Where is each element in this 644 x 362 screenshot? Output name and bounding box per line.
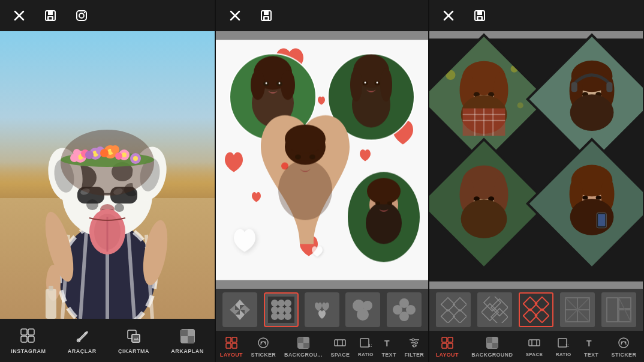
toolbar-2-space[interactable]: SPACE [330,336,350,358]
layout-icon [224,336,239,350]
toolbar-2-ratio[interactable]: 1:1 RATIO [358,336,374,357]
instagram-share-button-1[interactable] [72,6,91,25]
instagram-icon [19,327,38,346]
layout-thumb-1[interactable] [222,292,257,327]
svg-point-60 [115,152,122,160]
svg-point-129 [284,306,291,313]
close-button-1[interactable] [10,6,29,25]
svg-rect-254 [448,343,453,348]
layout3-icon [440,336,455,350]
svg-point-105 [365,82,366,83]
svg-rect-3 [48,11,53,15]
svg-point-219 [582,196,588,200]
toolbar-instagram[interactable]: INSTAGRAM [11,327,46,354]
toolbar-3-text[interactable]: T TEXT [584,336,598,358]
svg-point-112 [309,155,315,160]
sticker-icon [124,327,143,346]
svg-point-212 [461,199,507,238]
toolbar-3-layout[interactable]: LAYOUT [436,336,459,358]
toolbar-2-layout-label: LAYOUT [220,352,243,358]
layout-3-thumb-5[interactable] [601,292,636,327]
toolbar-2-filter[interactable]: FILTER [404,336,424,358]
svg-point-62 [133,156,138,161]
layout-thumb-4[interactable] [345,292,380,327]
svg-rect-65 [21,336,27,342]
svg-point-110 [285,125,326,154]
svg-point-149 [264,341,266,343]
svg-rect-153 [298,343,303,348]
toolbar-3-sticker-label: STICKER [612,352,637,358]
panel-2-bottom-toolbar: LAYOUT STICKER [216,331,428,362]
toolbar-3-background-label: BACKGROUND [471,352,513,358]
svg-point-120 [375,202,380,205]
svg-point-148 [261,341,263,343]
space3-icon [527,336,541,350]
svg-rect-172 [479,17,482,20]
panel-1-topbar [0,0,215,31]
toolbar-3-ratio[interactable]: 1:1 RATIO [556,336,571,357]
save-button-1[interactable] [41,6,60,25]
svg-point-7 [79,13,84,18]
layout-3-thumb-1[interactable] [436,292,471,327]
svg-rect-146 [232,343,237,348]
toolbar-sticker[interactable]: ÇIKARTMA [118,327,149,354]
svg-point-266 [619,338,628,348]
svg-point-57 [111,145,119,154]
svg-text:1:1: 1:1 [368,343,372,348]
svg-point-201 [570,94,614,131]
close-button-3[interactable] [439,6,458,25]
panel-3-bottom-toolbar: LAYOUT BACKGROUND [429,331,643,362]
toolbar-3-text-label: TEXT [584,352,598,358]
close-button-2[interactable] [225,6,245,25]
svg-rect-197 [571,82,577,92]
svg-point-114 [278,160,332,220]
svg-rect-151 [298,337,303,343]
svg-rect-66 [28,336,34,342]
toolbar-2-sticker[interactable]: STICKER [251,336,276,358]
svg-rect-158 [360,339,369,347]
svg-rect-19 [46,289,56,319]
svg-rect-170 [477,11,482,15]
toolbar-3-background[interactable]: BACKGROUND [471,336,513,358]
toolbar-2-text[interactable]: T TEXT [382,336,396,358]
toolbar-background-label: ARKAPLAN [171,348,204,354]
save-button-2[interactable] [257,6,276,25]
layout-thumb-3[interactable] [305,292,339,327]
svg-point-268 [625,341,627,343]
svg-rect-143 [226,337,231,342]
svg-point-27 [115,204,124,212]
save-button-3[interactable] [470,6,489,25]
svg-point-147 [258,338,268,348]
layout-3-thumb-3[interactable] [519,292,553,327]
toolbar-background[interactable]: ARKAPLAN [171,327,204,354]
panel-3-layout-thumbs [429,289,643,331]
toolbar-3-sticker[interactable]: STICKER [612,336,637,358]
background-icon [178,327,197,346]
svg-point-106 [377,82,378,83]
toolbar-tools[interactable]: ARAÇLAR [68,327,97,354]
svg-rect-76 [188,336,194,343]
toolbar-2-layout[interactable]: LAYOUT [220,336,243,358]
svg-rect-259 [492,343,498,348]
layout-3-thumb-2[interactable] [477,292,512,327]
svg-point-164 [412,339,414,341]
svg-point-56 [100,149,109,157]
toolbar-2-background[interactable]: BACKGROU... [284,336,323,358]
svg-rect-257 [492,337,498,343]
layout-thumb-5[interactable] [387,292,422,327]
svg-rect-80 [264,11,269,15]
toolbar-2-text-label: TEXT [382,352,396,358]
svg-point-119 [367,178,401,205]
toolbar-2-space-label: SPACE [330,352,350,358]
svg-rect-251 [442,337,447,342]
layout-thumb-2[interactable] [264,292,299,327]
svg-point-59 [122,152,127,157]
toolbar-3-space[interactable]: SPACE [526,336,543,357]
layout-3-thumb-4[interactable] [560,292,595,327]
toolbar-3-ratio-label: RATIO [556,352,571,357]
background3-icon [485,336,499,350]
svg-point-102 [380,68,392,102]
ratio-icon: 1:1 [359,336,373,350]
panel-1-main-image [0,31,215,319]
svg-point-137 [357,309,369,321]
